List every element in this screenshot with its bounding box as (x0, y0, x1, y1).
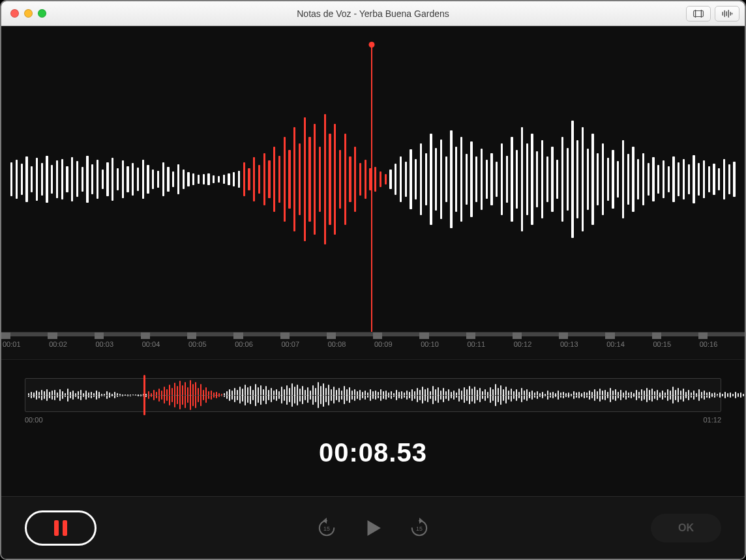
waveform-bar (31, 166, 33, 192)
time-ruler[interactable]: 00:0100:0200:0300:0400:0500:0600:0700:08… (1, 332, 745, 360)
overview-bar (505, 387, 507, 404)
overview-bar (190, 380, 191, 410)
overview-bar (735, 392, 736, 398)
waveform-bar (21, 164, 23, 195)
overview-bar (378, 392, 379, 398)
overview-bar (218, 393, 220, 397)
overview-bar (263, 389, 264, 401)
waveform-bar (395, 164, 396, 195)
overview-bar (691, 392, 692, 398)
playback-controls: 15 15 (316, 517, 430, 539)
overview-bar (297, 385, 298, 405)
playhead[interactable] (371, 44, 372, 332)
overview-bar (518, 392, 520, 398)
overview-bar (599, 389, 601, 402)
waveform-bar (622, 140, 624, 218)
close-button[interactable] (10, 9, 19, 18)
waveform-bar (591, 134, 593, 225)
waveform-bar (228, 173, 230, 185)
enhance-button[interactable] (715, 6, 739, 22)
overview-bar (331, 389, 332, 401)
waveform-bar (238, 171, 240, 188)
window-title: Notas de Voz - Yerba Buena Gardens (1, 8, 745, 19)
overview-bar (57, 392, 58, 398)
overview-bar (93, 393, 95, 397)
traffic-lights (1, 9, 46, 18)
waveform-bar (678, 162, 679, 196)
overview-bar (318, 382, 319, 408)
waveform-bar (389, 169, 391, 189)
done-button[interactable]: OK (651, 514, 721, 542)
content-area: 00:0100:0200:0300:0400:0500:0600:0700:08… (1, 26, 745, 559)
minimize-button[interactable] (24, 9, 33, 18)
waveform-bar (385, 174, 387, 184)
overview-bar (401, 391, 402, 399)
overview-bar (662, 391, 663, 400)
overview-bar (638, 392, 640, 398)
waveform-bar (203, 174, 205, 184)
overview-bar (370, 389, 371, 401)
overview-bar (239, 387, 241, 404)
waveform-bar (400, 156, 402, 202)
overview-bar (312, 385, 314, 405)
overview-bar (299, 389, 301, 402)
overview-bar (187, 387, 188, 403)
svg-text:15: 15 (323, 525, 330, 532)
overview-bar (631, 392, 632, 398)
overview-bar (372, 391, 374, 399)
ruler-label: 00:05 (187, 340, 233, 348)
overview-bar (192, 384, 194, 406)
overview-bar (664, 392, 666, 398)
trim-button[interactable] (686, 6, 711, 22)
overview-bar (135, 394, 136, 396)
zoom-button[interactable] (38, 9, 46, 18)
waveform-bar (122, 160, 124, 198)
overview-bar (75, 393, 76, 397)
overview-bar (422, 387, 423, 404)
waveform-bar (223, 175, 225, 184)
svg-text:15: 15 (416, 525, 423, 532)
waveform-bar (61, 159, 63, 199)
overview-bar (46, 389, 48, 401)
overview-bar (719, 392, 721, 398)
overview-bar (495, 384, 496, 406)
overview-bar (213, 392, 215, 398)
overview-bar (174, 383, 175, 407)
waveform-bar (486, 160, 488, 199)
ruler-label: 00:04 (141, 340, 187, 348)
overview-bar (117, 393, 118, 397)
overview-bar (281, 387, 282, 404)
skip-back-button[interactable]: 15 (316, 518, 337, 538)
waveform-large[interactable] (1, 26, 745, 332)
overview-bar (581, 393, 582, 397)
overview-bar (738, 393, 739, 397)
waveform-bar (405, 162, 407, 197)
waveform-bar (415, 159, 417, 199)
overview-bar (461, 391, 462, 400)
overview-bar (140, 394, 142, 396)
skip-forward-button[interactable]: 15 (409, 518, 430, 538)
overview-bar (85, 391, 87, 400)
overview-bar (644, 391, 645, 400)
overview-bar (362, 392, 363, 398)
overview-bar (573, 391, 574, 399)
overview-bar (177, 386, 178, 404)
waveform-bar (733, 162, 735, 197)
pause-icon (63, 520, 67, 536)
overview-bar (558, 391, 559, 400)
waveform-bar (339, 150, 341, 209)
waveform-bar (683, 159, 685, 199)
overview-bar (485, 389, 486, 401)
overview-waveform[interactable] (25, 378, 721, 412)
overview-bar (258, 387, 259, 403)
overview-bar (365, 391, 366, 400)
ruler-label: 00:09 (373, 340, 419, 348)
overview-bar (597, 391, 598, 399)
overview-bar (185, 382, 186, 408)
play-button[interactable] (362, 517, 384, 539)
waveform-bar (304, 117, 306, 241)
overview-playhead[interactable] (143, 375, 145, 415)
pause-record-button[interactable] (25, 510, 97, 546)
waveform-bar (380, 171, 381, 187)
overview-bar (354, 389, 355, 401)
